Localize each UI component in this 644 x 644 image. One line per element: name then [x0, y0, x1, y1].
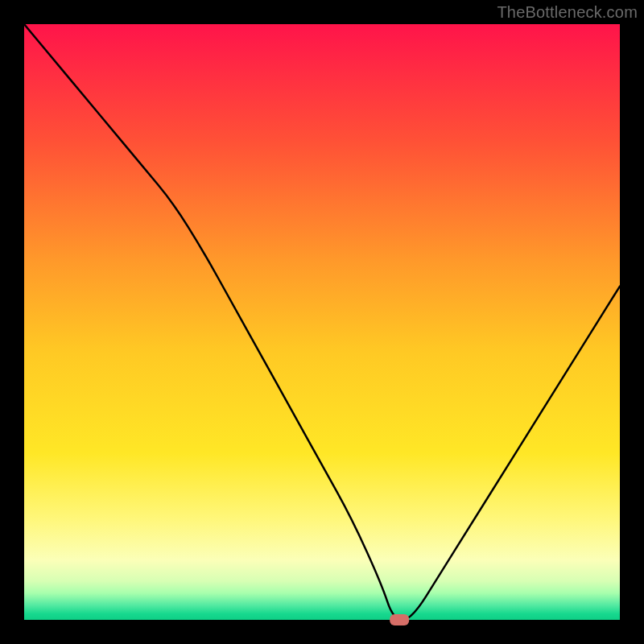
chart-container: TheBottleneck.com: [0, 0, 644, 644]
optimal-marker: [390, 614, 409, 625]
watermark-label: TheBottleneck.com: [497, 3, 638, 22]
bottleneck-chart: [0, 0, 644, 644]
gradient-background: [24, 24, 620, 620]
